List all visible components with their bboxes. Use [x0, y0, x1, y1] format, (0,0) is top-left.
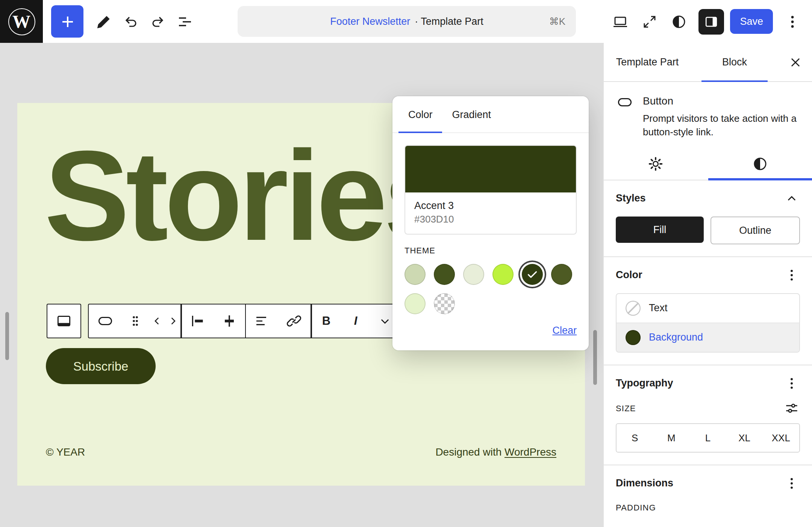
designed-prefix: Designed with: [435, 446, 504, 458]
move-right-button[interactable]: [165, 304, 180, 338]
document-subtitle: · Template Part: [415, 16, 483, 27]
block-inserter-button[interactable]: [51, 5, 83, 38]
style-variant-row: Fill Outline: [616, 217, 800, 244]
command-shortcut: ⌘K: [549, 16, 565, 27]
background-color-row[interactable]: Background: [617, 323, 799, 352]
kebab-icon: [783, 375, 800, 392]
font-size-control: S M L XL XXL: [616, 423, 800, 453]
clear-color-button[interactable]: Clear: [552, 325, 577, 336]
subscribe-button[interactable]: Subscribe: [46, 348, 156, 384]
selected-color-meta: Accent 3 #303D10: [405, 192, 576, 234]
justify-center-icon: [220, 312, 238, 330]
size-label: SIZE: [616, 404, 636, 413]
justify-button[interactable]: [213, 304, 245, 338]
size-settings-button[interactable]: [783, 400, 800, 416]
italic-button[interactable]: I: [341, 304, 370, 338]
selected-color-swatch[interactable]: [405, 146, 576, 192]
copyright-text[interactable]: © YEAR: [46, 446, 85, 458]
size-option-m[interactable]: M: [653, 424, 689, 452]
style-outline-button[interactable]: Outline: [710, 217, 800, 244]
block-card: Button Prompt visitors to take action wi…: [604, 82, 812, 149]
style-fill-button[interactable]: Fill: [616, 217, 704, 243]
view-button[interactable]: [607, 8, 634, 35]
document-title-button[interactable]: Footer Newsletter · Template Part ⌘K: [238, 6, 576, 37]
theme-swatch-4[interactable]: [492, 264, 514, 285]
block-card-text: Button Prompt visitors to take action wi…: [643, 93, 802, 139]
button-block-button[interactable]: [89, 304, 122, 338]
block-toolbar: B I: [47, 304, 400, 338]
settings-sidebar-toggle[interactable]: [698, 9, 724, 34]
typography-options-button[interactable]: [783, 375, 800, 392]
drag-handle[interactable]: [122, 304, 149, 338]
gear-icon: [647, 155, 665, 173]
theme-swatch-5-selected[interactable]: [522, 264, 543, 285]
pencil-icon: [95, 12, 113, 30]
text-color-row[interactable]: Text: [617, 294, 799, 323]
wordpress-link[interactable]: WordPress: [504, 446, 556, 458]
redo-icon: [149, 12, 167, 30]
options-menu-button[interactable]: [779, 8, 806, 35]
list-view-button[interactable]: [171, 8, 198, 35]
size-option-xxl[interactable]: XXL: [763, 424, 799, 452]
tab-color[interactable]: Color: [398, 96, 442, 132]
styles-contrast-icon: [751, 155, 769, 173]
block-title: Button: [643, 93, 802, 107]
color-name: Accent 3: [414, 200, 567, 211]
size-option-xl[interactable]: XL: [726, 424, 763, 452]
bold-button[interactable]: B: [312, 304, 341, 338]
theme-swatch-2[interactable]: [434, 264, 455, 285]
theme-swatch-6[interactable]: [551, 264, 572, 285]
chevron-up-icon: [783, 190, 800, 207]
theme-label: THEME: [404, 246, 577, 255]
theme-swatch-3[interactable]: [463, 264, 484, 285]
size-option-l[interactable]: L: [689, 424, 726, 452]
canvas-resize-handle-left[interactable]: [5, 312, 9, 360]
tab-settings[interactable]: [604, 149, 708, 180]
theme-swatch-1[interactable]: [404, 264, 426, 285]
color-popover: Color Gradient Accent 3 #303D10 THEME: [392, 96, 589, 350]
move-left-button[interactable]: [149, 304, 165, 338]
align-button[interactable]: [182, 304, 213, 338]
edit-tool-button[interactable]: [90, 8, 117, 35]
dimensions-options-button[interactable]: [783, 475, 800, 492]
styles-section-header: Styles: [604, 180, 812, 215]
theme-swatch-8-transparent[interactable]: [434, 293, 455, 314]
popover-tabs: Color Gradient: [392, 96, 589, 133]
no-color-icon: [626, 301, 641, 316]
tab-styles[interactable]: [708, 149, 812, 180]
top-bar-right: Save: [607, 0, 806, 43]
global-styles-button[interactable]: [665, 8, 692, 35]
size-label-row: SIZE: [616, 400, 800, 416]
site-editor: Stories Subscribe © YEAR Designed with W…: [0, 0, 812, 527]
sidebar-tabs: Template Part Block: [604, 43, 812, 82]
color-section-header: Color: [604, 257, 812, 292]
tab-gradient[interactable]: Gradient: [442, 96, 501, 132]
text-align-button[interactable]: [246, 304, 277, 338]
color-options-button[interactable]: [783, 267, 800, 283]
settings-sidebar: Template Part Block Button Prompt visito…: [603, 43, 812, 527]
canvas-resize-handle-right[interactable]: [593, 330, 597, 385]
check-icon: [526, 268, 539, 281]
wordpress-logo-button[interactable]: W: [0, 0, 43, 43]
close-sidebar-button[interactable]: [778, 43, 812, 81]
color-rows: Text Background: [616, 293, 800, 353]
inspector-tabs: [604, 149, 812, 180]
tab-block[interactable]: Block: [691, 43, 778, 81]
drag-dots-icon: [126, 312, 144, 330]
background-color-swatch: [626, 330, 641, 345]
save-button[interactable]: Save: [730, 9, 773, 34]
link-button[interactable]: [277, 304, 311, 338]
chevron-left-icon: [149, 313, 164, 329]
collapse-styles-button[interactable]: [783, 190, 800, 207]
tab-template-part[interactable]: Template Part: [604, 43, 691, 81]
theme-swatch-7[interactable]: [404, 293, 426, 314]
select-parent-button[interactable]: [47, 304, 80, 338]
zoom-out-button[interactable]: [636, 8, 663, 35]
redo-button[interactable]: [144, 8, 171, 35]
kebab-icon: [783, 475, 800, 492]
undo-button[interactable]: [117, 8, 144, 35]
size-option-s[interactable]: S: [617, 424, 653, 452]
designed-with-text: Designed with WordPress: [435, 446, 556, 458]
document-title: Footer Newsletter: [330, 16, 410, 27]
newsletter-heading[interactable]: Stories: [44, 132, 451, 259]
